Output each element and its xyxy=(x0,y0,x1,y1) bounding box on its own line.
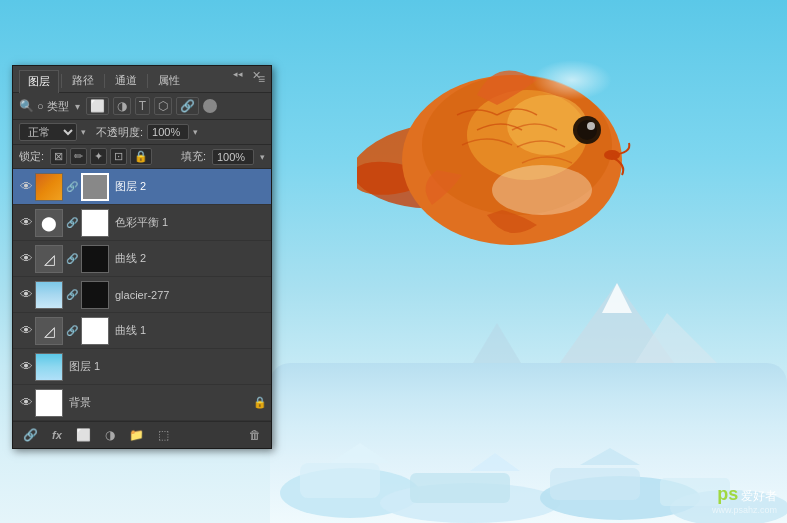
blend-mode-select[interactable]: 正常 xyxy=(19,123,77,141)
filter-shape-icon[interactable]: ⬡ xyxy=(154,97,172,115)
fx-button[interactable]: fx xyxy=(48,427,66,443)
add-mask-button[interactable]: ⬜ xyxy=(72,426,95,444)
layer-row-layer1[interactable]: 👁 图层 1 xyxy=(13,349,271,385)
glacier-chain-icon[interactable]: 🔗 xyxy=(66,289,78,300)
fish-tail-highlight xyxy=(532,60,612,100)
background-thumb-content xyxy=(36,390,62,416)
new-adjustment-button[interactable]: ◑ xyxy=(101,426,119,444)
fill-label: 填充: xyxy=(181,149,206,164)
layer-row-curves1[interactable]: 👁 ◿ 🔗 曲线 1 xyxy=(13,313,271,349)
filter-text-icon[interactable]: T xyxy=(135,97,150,115)
curves2-chain-icon[interactable]: 🔗 xyxy=(66,253,78,264)
fill-arrow: ▾ xyxy=(260,152,265,162)
background-lock-icon: 🔒 xyxy=(253,396,267,409)
layer2-chain-icon[interactable]: 🔗 xyxy=(66,181,78,192)
collapse-arrows[interactable]: ◂◂ xyxy=(233,69,243,79)
svg-marker-14 xyxy=(580,448,640,465)
glacier-thumb-content xyxy=(36,282,62,308)
background-thumbnail xyxy=(35,389,63,417)
layer1-thumbnail xyxy=(35,353,63,381)
tab-channels[interactable]: 通道 xyxy=(107,70,145,92)
glacier-thumbnail xyxy=(35,281,63,309)
svg-rect-10 xyxy=(550,468,640,500)
lock-label: 锁定: xyxy=(19,149,44,164)
opacity-label: 不透明度: xyxy=(96,125,143,140)
filter-smart-icon[interactable]: 🔗 xyxy=(176,97,199,115)
layer-row-curves2[interactable]: 👁 ◿ 🔗 曲线 2 xyxy=(13,241,271,277)
layer-row-glacier[interactable]: 👁 🔗 glacier-277 xyxy=(13,277,271,313)
background-name: 背景 xyxy=(69,395,91,410)
layer-row-color-balance[interactable]: 👁 ⬤ 🔗 色彩平衡 1 xyxy=(13,205,271,241)
new-layer-button[interactable]: ⬚ xyxy=(154,426,173,444)
filter-dropdown-arrow[interactable]: ▾ xyxy=(75,101,80,112)
layer2-thumb-content xyxy=(36,174,62,200)
new-group-button[interactable]: 📁 xyxy=(125,426,148,444)
link-layers-button[interactable]: 🔗 xyxy=(19,426,42,444)
lock-move-btn[interactable]: ✦ xyxy=(90,148,107,165)
svg-point-23 xyxy=(587,122,595,130)
watermark-ps: ps 爱好者 xyxy=(712,484,777,505)
background-visibility-icon[interactable]: 👁 xyxy=(17,394,35,412)
curves2-visibility-icon[interactable]: 👁 xyxy=(17,250,35,268)
tab-separator-2 xyxy=(104,74,105,88)
ice-blocks-svg xyxy=(270,353,787,523)
panel-menu-icon[interactable]: ≡ xyxy=(258,72,265,86)
fill-value[interactable]: 100% xyxy=(212,149,254,165)
blend-mode-row: 正常 ▾ 不透明度: 100% ▾ xyxy=(13,120,271,145)
lock-all-btn[interactable]: 🔒 xyxy=(130,148,152,165)
curves2-name: 曲线 2 xyxy=(115,251,146,266)
curves2-thumb-wrap: ◿ 🔗 xyxy=(35,245,109,273)
colorbalance-chain-icon[interactable]: 🔗 xyxy=(66,217,78,228)
glacier-visibility-icon[interactable]: 👁 xyxy=(17,286,35,304)
layers-panel: ◂◂ ✕ 图层 路径 通道 属性 ≡ 🔍 ○ 类型 ▾ ⬜ ◑ T ⬡ 🔗 正常… xyxy=(12,65,272,449)
colorbalance-thumb-wrap: ⬤ 🔗 xyxy=(35,209,109,237)
layer2-mask-thumbnail xyxy=(81,173,109,201)
tab-properties[interactable]: 属性 xyxy=(150,70,188,92)
lock-checkerboard-btn[interactable]: ⊠ xyxy=(50,148,67,165)
svg-rect-8 xyxy=(300,463,380,498)
layer1-visibility-icon[interactable]: 👁 xyxy=(17,358,35,376)
layer1-thumb-content xyxy=(36,354,62,380)
layer2-thumb-wrap: 🔗 xyxy=(35,173,109,201)
svg-marker-12 xyxy=(330,443,390,463)
filter-icons-group: ⬜ ◑ T ⬡ 🔗 xyxy=(86,97,199,115)
lock-row: 锁定: ⊠ ✏ ✦ ⊡ 🔒 填充: 100% ▾ xyxy=(13,145,271,169)
curves2-mask-thumbnail xyxy=(81,245,109,273)
filter-pixel-icon[interactable]: ⬜ xyxy=(86,97,109,115)
svg-point-22 xyxy=(577,120,597,140)
colorbalance-visibility-icon[interactable]: 👁 xyxy=(17,214,35,232)
layer1-thumb-wrap xyxy=(35,353,63,381)
layer2-visibility-icon[interactable]: 👁 xyxy=(17,178,35,196)
delete-layer-button[interactable]: 🗑 xyxy=(245,426,265,444)
opacity-value[interactable]: 100% xyxy=(147,124,189,140)
colorbalance-thumb-content: ⬤ xyxy=(36,210,62,236)
panel-filter-row: 🔍 ○ 类型 ▾ ⬜ ◑ T ⬡ 🔗 xyxy=(13,93,271,120)
watermark: ps 爱好者 www.psahz.com xyxy=(712,484,777,515)
glacier-name: glacier-277 xyxy=(115,289,169,301)
curves1-mask-thumbnail xyxy=(81,317,109,345)
curves1-chain-icon[interactable]: 🔗 xyxy=(66,325,78,336)
layer2-thumbnail xyxy=(35,173,63,201)
filter-adj-icon[interactable]: ◑ xyxy=(113,97,131,115)
filter-toggle[interactable] xyxy=(203,99,217,113)
tab-separator-1 xyxy=(61,74,62,88)
tab-layers[interactable]: 图层 xyxy=(19,70,59,93)
goldfish-svg xyxy=(357,15,647,305)
lock-artboard-btn[interactable]: ⊡ xyxy=(110,148,127,165)
svg-rect-9 xyxy=(410,473,510,503)
panel-toolbar: 🔗 fx ⬜ ◑ 📁 ⬚ 🗑 xyxy=(13,421,271,448)
curves1-visibility-icon[interactable]: 👁 xyxy=(17,322,35,340)
colorbalance-name: 色彩平衡 1 xyxy=(115,215,168,230)
lock-icons-group: ⊠ ✏ ✦ ⊡ 🔒 xyxy=(50,148,152,165)
curves1-thumbnail: ◿ xyxy=(35,317,63,345)
layer-row-background[interactable]: 👁 背景 🔒 xyxy=(13,385,271,421)
opacity-arrow: ▾ xyxy=(193,127,198,137)
layer1-name: 图层 1 xyxy=(69,359,100,374)
lock-brush-btn[interactable]: ✏ xyxy=(70,148,87,165)
layer2-name: 图层 2 xyxy=(115,179,146,194)
curves1-thumb-wrap: ◿ 🔗 xyxy=(35,317,109,345)
layer-row-layer2[interactable]: 👁 🔗 图层 2 xyxy=(13,169,271,205)
curves2-thumb-content: ◿ xyxy=(36,246,62,272)
colorbalance-mask-thumbnail xyxy=(81,209,109,237)
tab-paths[interactable]: 路径 xyxy=(64,70,102,92)
